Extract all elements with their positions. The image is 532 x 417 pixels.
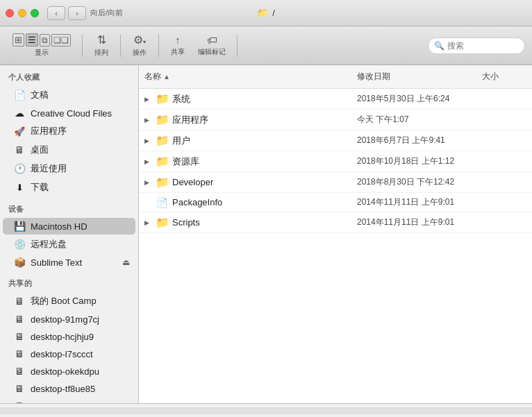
edit-tags-button[interactable]: 🏷 编辑标记 — [192, 31, 231, 60]
toolbar: ⊞ ☰ ⧉ ❑❑ 显示 ⇅ 排列 ⚙▾ 操作 ↑ 共享 🏷 编辑标记 — [0, 26, 532, 65]
col-header-name[interactable]: 名称 ▲ — [139, 68, 351, 85]
col-date-label: 修改日期 — [357, 71, 390, 83]
titlebar: ‹ › 向后/向前 📁 / — [0, 0, 532, 26]
close-button[interactable] — [6, 9, 14, 17]
file-name-cell: ▶ 📁 Scripts — [139, 212, 351, 232]
sidebar-item-recent[interactable]: 🕐 最近使用 — [3, 160, 135, 178]
sidebar-label-desktop-91mg7cj: desktop-91mg7cj — [31, 314, 99, 325]
shared-section-label: 共享的 — [0, 271, 138, 291]
table-row[interactable]: ▶ 📁 Developer 2018年8月30日 下午12:42 — [139, 172, 532, 193]
expand-arrow[interactable]: ▶ — [144, 179, 151, 186]
sidebar-item-macintosh-hd[interactable]: 💾 Macintosh HD — [3, 218, 135, 235]
file-date-cell: 2018年8月30日 下午12:42 — [351, 172, 476, 192]
sidebar-item-documents[interactable]: 📄 文稿 — [3, 86, 135, 104]
share-icon: ↑ — [175, 34, 181, 46]
col-header-date[interactable]: 修改日期 — [351, 68, 476, 85]
expand-arrow[interactable]: ▶ — [144, 219, 151, 226]
sidebar-item-desktop-hcjhju9[interactable]: 🖥 desktop-hcjhju9 — [3, 328, 135, 345]
sidebar-item-desktop-91mg7cj[interactable]: 🖥 desktop-91mg7cj — [3, 311, 135, 327]
sidebar-item-desktop-v7piure[interactable]: 🖥 desktop-v7piure — [3, 398, 135, 403]
nav-label: 向后/向前 — [90, 8, 123, 18]
col-header-size[interactable]: 大小 — [476, 68, 532, 85]
file-date-cell: 2018年10月18日 上午1:12 — [351, 151, 476, 171]
sort-icon: ⇅ — [97, 33, 106, 46]
action-label: 操作 — [133, 48, 147, 58]
toolbar-sep-2 — [120, 35, 121, 57]
sort-arrow-name: ▲ — [163, 73, 170, 80]
file-date-cell: 2018年6月7日 上午9:41 — [351, 130, 476, 151]
expand-arrow[interactable]: ▶ — [144, 158, 151, 165]
sidebar-label-sublime-text: Sublime Text — [31, 257, 82, 268]
sidebar-item-sublime-text[interactable]: 📦 Sublime Text ⏏ — [3, 254, 135, 271]
maximize-button[interactable] — [31, 9, 39, 17]
back-button[interactable]: ‹ — [47, 6, 65, 20]
desktop-l7sccct-icon: 🖥 — [14, 348, 25, 359]
file-name-cell: ▶ 📁 Developer — [139, 172, 351, 192]
sort-button[interactable]: ⇅ 排列 — [88, 31, 115, 60]
file-name-cell: ▶ 📁 资源库 — [139, 151, 351, 171]
sidebar-label-desktop-l7sccct: desktop-l7sccct — [31, 349, 93, 359]
expand-arrow[interactable]: ▶ — [144, 96, 151, 103]
desktop-91mg7cj-icon: 🖥 — [14, 314, 25, 325]
expand-arrow[interactable]: ▶ — [144, 117, 151, 124]
creative-cloud-icon: ☁ — [14, 108, 25, 119]
sidebar: 个人收藏 📄 文稿 ☁ Creative Cloud Files 🚀 应用程序 … — [0, 65, 139, 403]
view-icon-icons: ⊞ ☰ ⧉ ❑❑ — [13, 33, 71, 46]
file-name-cell: ▶ 📁 应用程序 — [139, 110, 351, 130]
sidebar-item-desktop-okekdpu[interactable]: 🖥 desktop-okekdpu — [3, 363, 135, 380]
file-name-text: 系统 — [172, 93, 190, 105]
eject-icon[interactable]: ⏏ — [122, 257, 130, 267]
sidebar-item-applications[interactable]: 🚀 应用程序 — [3, 122, 135, 140]
table-row[interactable]: ▶ 📁 用户 2018年6月7日 上午9:41 — [139, 130, 532, 151]
file-name-text: Developer — [172, 177, 213, 187]
view-label: 显示 — [35, 48, 49, 58]
table-row[interactable]: 📄 PackageInfo 2014年11月11日 上午9:01 — [139, 193, 532, 212]
file-name-cell: ▶ 📁 用户 — [139, 130, 351, 151]
desktop-hcjhju9-icon: 🖥 — [14, 331, 25, 342]
sidebar-label-downloads: 下载 — [31, 181, 49, 194]
applications-icon: 🚀 — [14, 126, 25, 137]
traffic-lights — [6, 9, 39, 17]
forward-button[interactable]: › — [68, 6, 86, 20]
action-button[interactable]: ⚙▾ 操作 — [126, 31, 153, 60]
view-icon-button[interactable]: ⊞ ☰ ⧉ ❑❑ 显示 — [7, 31, 76, 60]
share-label: 共享 — [171, 47, 185, 57]
sidebar-label-macintosh-hd: Macintosh HD — [31, 221, 88, 232]
icon-list-active: ☰ — [26, 33, 38, 46]
folder-icon-title: 📁 — [257, 8, 268, 18]
file-size-cell — [476, 172, 532, 192]
action-icon-row: ⚙▾ — [133, 33, 146, 46]
sidebar-item-boot-camp[interactable]: 🖥 我的 Boot Camp — [3, 292, 135, 310]
empty-space — [139, 233, 532, 403]
edit-tags-label: 编辑标记 — [198, 47, 226, 57]
expand-arrow[interactable]: ▶ — [144, 137, 151, 144]
sidebar-item-desktop-l7sccct[interactable]: 🖥 desktop-l7sccct — [3, 346, 135, 362]
search-box[interactable]: 🔍 — [428, 37, 525, 54]
sidebar-item-desktop-tf8ue85[interactable]: 🖥 desktop-tf8ue85 — [3, 380, 135, 397]
file-size-cell — [476, 193, 532, 212]
table-row[interactable]: ▶ 📁 应用程序 今天 下午1:07 — [139, 110, 532, 130]
sidebar-item-downloads[interactable]: ⬇ 下载 — [3, 178, 135, 196]
desktop-icon: 🖥 — [14, 144, 25, 155]
folder-icon: 📁 — [156, 216, 168, 229]
share-icon-row: ↑ — [175, 34, 181, 46]
scroll-track[interactable] — [0, 407, 532, 414]
window-title-area: 📁 / — [257, 8, 275, 18]
col-size-label: 大小 — [482, 71, 499, 83]
sidebar-item-desktop[interactable]: 🖥 桌面 — [3, 141, 135, 159]
sidebar-label-desktop-tf8ue85: desktop-tf8ue85 — [31, 384, 95, 394]
share-button[interactable]: ↑ 共享 — [165, 31, 191, 60]
search-input[interactable] — [447, 41, 517, 51]
sidebar-item-creative-cloud[interactable]: ☁ Creative Cloud Files — [3, 105, 135, 121]
sidebar-label-boot-camp: 我的 Boot Camp — [31, 295, 97, 307]
file-size-cell — [476, 110, 532, 130]
table-row[interactable]: ▶ 📁 系统 2018年5月30日 上午6:24 — [139, 89, 532, 110]
sublime-text-icon: 📦 — [14, 257, 25, 268]
table-row[interactable]: ▶ 📁 Scripts 2014年11月11日 上午9:01 — [139, 212, 532, 233]
minimize-button[interactable] — [18, 9, 26, 17]
edit-tags-icon: 🏷 — [207, 34, 217, 46]
window-title: / — [272, 8, 275, 18]
table-row[interactable]: ▶ 📁 资源库 2018年10月18日 上午1:12 — [139, 151, 532, 172]
icon-columns: ⧉ — [40, 34, 50, 46]
sidebar-item-remote-disc[interactable]: 💿 远程光盘 — [3, 235, 135, 253]
